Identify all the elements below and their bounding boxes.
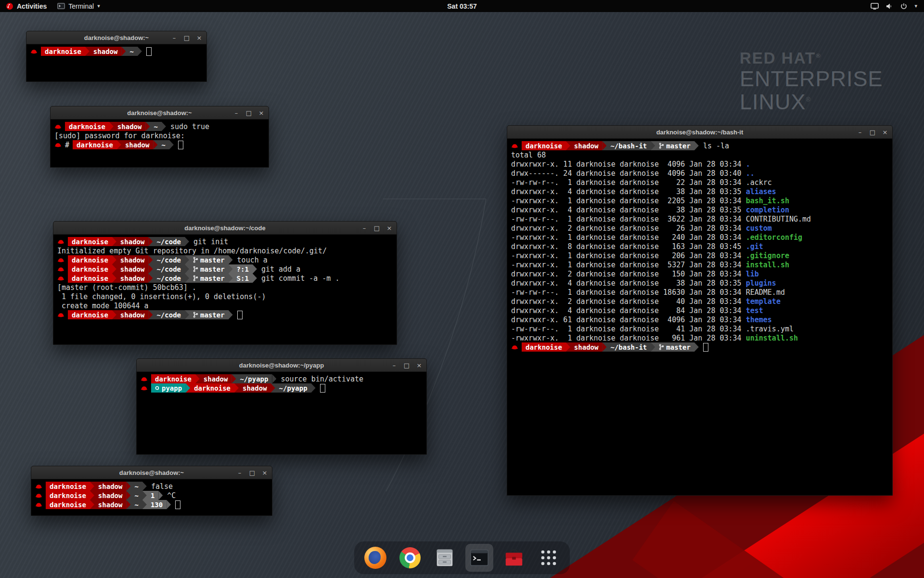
- clock[interactable]: Sat 03:57: [447, 2, 476, 10]
- terminal-content[interactable]: darknoiseshadow~/bash-itmasterls -latota…: [507, 139, 892, 496]
- activities-button[interactable]: Activities: [0, 0, 52, 12]
- close-button[interactable]: ×: [416, 362, 423, 368]
- powerline-arrow-icon: [121, 47, 126, 56]
- window-controls: –□×: [391, 359, 423, 371]
- output-text: 1 file changed, 0 insertions(+), 0 delet…: [57, 292, 266, 301]
- maximize-button[interactable]: □: [183, 35, 190, 41]
- powerline-arrow-icon: [138, 47, 142, 56]
- window-titlebar[interactable]: darknoise@shadow:~/pyapp–□×: [137, 359, 426, 372]
- terminal-line: Initialized empty Git repository in /hom…: [57, 246, 393, 255]
- powerline-arrow-icon: [253, 264, 257, 274]
- terminal-home-small: darknoise@shadow:~–□×darknoiseshadow~: [26, 31, 207, 82]
- prompt-segment-host: shadow: [570, 342, 603, 352]
- chrome-icon[interactable]: [398, 545, 423, 570]
- app-menu-label: Terminal: [68, 2, 94, 10]
- minimize-button[interactable]: –: [391, 362, 398, 368]
- terminal-line: -rwxrwxr-x. 1 darknoise darknoise 240 Ja…: [511, 233, 888, 242]
- prompt-segment-git: master: [189, 274, 229, 283]
- powerline-arrow-icon: [231, 374, 236, 383]
- prompt-segment-status: S:1: [233, 274, 253, 283]
- window-title: darknoise@shadow:~: [127, 109, 192, 117]
- maximize-button[interactable]: □: [373, 225, 380, 231]
- window-controls: –□×: [171, 31, 203, 44]
- prompt-segment-host: shadow: [116, 264, 149, 274]
- powerline-arrow-icon: [112, 264, 116, 274]
- powerline-arrow-icon: [148, 310, 153, 319]
- prompt-segment-user: darknoise: [41, 47, 85, 56]
- prompt-segment-path: ~/code: [153, 237, 185, 246]
- chevron-down-icon: ▾: [914, 3, 917, 9]
- prompt-segment-path: ~: [130, 482, 142, 491]
- window-titlebar[interactable]: darknoise@shadow:~/code–□×: [53, 222, 397, 235]
- firefox-icon[interactable]: [363, 545, 388, 570]
- terminal-content[interactable]: darknoiseshadow~falsedarknoiseshadow~1^C…: [31, 479, 272, 516]
- maximize-button[interactable]: □: [869, 129, 876, 135]
- powerline-arrow-icon: [271, 383, 275, 393]
- prompt-segment-path: ~: [126, 47, 137, 56]
- close-button[interactable]: ×: [258, 110, 265, 116]
- close-button[interactable]: ×: [882, 129, 888, 135]
- terminal-line: pyappdarknoiseshadow~/pyapp: [141, 383, 423, 393]
- window-title: darknoise@shadow:~: [119, 469, 184, 476]
- prompt-segment-host: shadow: [570, 141, 603, 150]
- prompt-segment-host: shadow: [200, 374, 232, 383]
- powerline-arrow-icon: [142, 500, 147, 509]
- prompt-segment-host: shadow: [94, 482, 127, 491]
- window-titlebar[interactable]: darknoise@shadow:~/bash-it–□×: [507, 126, 892, 139]
- minimize-button[interactable]: –: [361, 225, 368, 231]
- files-icon[interactable]: [432, 545, 457, 570]
- prompt-segment-user: darknoise: [522, 342, 566, 352]
- prompt-segment-git: master: [655, 141, 694, 150]
- terminal-app-icon: [57, 3, 65, 9]
- prompt-segment-host: shadow: [116, 255, 149, 264]
- terminal-content[interactable]: darknoiseshadow~/codegit initInitialized…: [53, 235, 397, 345]
- minimize-button[interactable]: –: [236, 470, 243, 476]
- app-menu-terminal[interactable]: Terminal ▾: [52, 0, 104, 12]
- app-grid-icon[interactable]: [536, 545, 561, 570]
- powerline-arrow-icon: [602, 342, 606, 352]
- close-button[interactable]: ×: [196, 35, 203, 41]
- power-icon: [900, 2, 908, 10]
- terminal-line: -rwxrwxr-x. 1 darknoise darknoise 961 Ja…: [511, 333, 888, 342]
- powerline-arrow-icon: [142, 491, 147, 500]
- redhat-prompt-icon: [511, 143, 519, 149]
- output-text: drwxrwxr-x. 61 darknoise darknoise 4096 …: [511, 315, 746, 324]
- directory-name: ..: [746, 169, 755, 178]
- terminal-line: darknoiseshadow~/codemasterS:1git commit…: [57, 274, 393, 283]
- window-titlebar[interactable]: darknoise@shadow:~–□×: [26, 31, 206, 44]
- terminal-line: drwxrwxr-x. 8 darknoise darknoise 163 Ja…: [511, 242, 888, 251]
- prompt-segment-path: ~/pyapp: [275, 383, 311, 393]
- terminal-line: -rwxrwxr-x. 1 darknoise darknoise 5327 J…: [511, 260, 888, 269]
- close-button[interactable]: ×: [261, 470, 268, 476]
- display-icon: [871, 3, 879, 10]
- executable-name: install.sh: [746, 261, 789, 269]
- powerline-arrow-icon: [112, 310, 116, 319]
- output-text: [master (root-commit) 50bcb63] .: [57, 283, 196, 292]
- powerline-arrow-icon: [566, 141, 570, 150]
- toolbox-icon[interactable]: [501, 545, 526, 570]
- maximize-button[interactable]: □: [249, 470, 256, 476]
- terminal-content[interactable]: darknoiseshadow~: [26, 44, 206, 82]
- terminal-icon[interactable]: [467, 545, 492, 570]
- powerline-arrow-icon: [148, 237, 153, 246]
- minimize-button[interactable]: –: [233, 110, 240, 116]
- minimize-button[interactable]: –: [171, 35, 178, 41]
- terminal-line: -rw-rw-r--. 1 darknoise darknoise 22 Jan…: [511, 178, 888, 187]
- system-status-area[interactable]: ▾: [871, 0, 924, 12]
- prompt-segment-status: ?:1: [233, 264, 253, 274]
- minimize-button[interactable]: –: [857, 129, 863, 135]
- output-text: drwxrwxr-x. 2 darknoise darknoise 40 Jan…: [511, 297, 746, 306]
- maximize-button[interactable]: □: [403, 362, 410, 368]
- window-titlebar[interactable]: darknoise@shadow:~–□×: [51, 106, 269, 119]
- terminal-line: drwxrwxr-x. 4 darknoise darknoise 38 Jan…: [511, 205, 888, 214]
- command-text: source bin/activate: [281, 375, 363, 383]
- close-button[interactable]: ×: [386, 225, 393, 231]
- window-controls: –□×: [233, 106, 265, 119]
- prompt-segment-path: ~/code: [153, 255, 185, 264]
- window-titlebar[interactable]: darknoise@shadow:~–□×: [31, 466, 272, 479]
- maximize-button[interactable]: □: [245, 110, 252, 116]
- terminal-content[interactable]: darknoiseshadow~sudo true[sudo] password…: [51, 119, 269, 168]
- powerline-arrow-icon: [185, 274, 189, 283]
- powerline-arrow-icon: [229, 274, 233, 283]
- terminal-content[interactable]: darknoiseshadow~/pyappsource bin/activat…: [137, 372, 426, 455]
